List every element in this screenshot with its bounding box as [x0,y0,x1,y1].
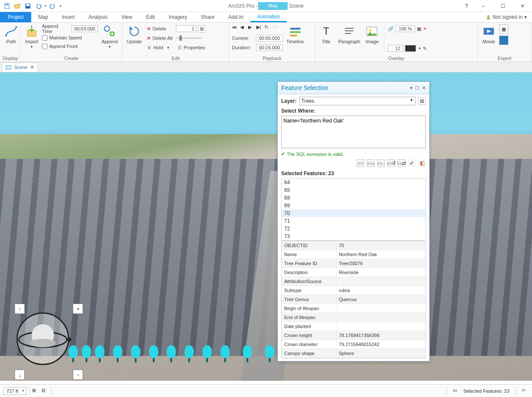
frame-picker-icon[interactable]: ⊞ [198,25,205,33]
attr-value[interactable] [336,277,425,286]
options-icon[interactable]: ⋯ [273,24,279,31]
append-front-checkbox[interactable]: Append Front [42,42,98,50]
snap-icon[interactable]: ⊞ [32,388,39,394]
navigator-compass[interactable]: ↑ ↓ ＋ － [13,309,73,369]
attr-value[interactable]: 79.2715646015242 [336,340,425,349]
append-button[interactable]: Append▼ [100,24,119,50]
minimize-button[interactable]: ─ [474,0,493,12]
append-time-value[interactable]: 00:03.000 [71,25,98,32]
attr-value[interactable]: rubra [336,286,425,295]
first-frame-icon[interactable]: ⏮ [232,24,239,31]
feature-list[interactable]: 6465686970717273 [281,178,426,241]
maintain-speed-checkbox[interactable]: Maintain Speed [42,34,98,42]
undo-icon[interactable] [34,2,42,10]
attr-value[interactable] [336,313,425,322]
tab-share[interactable]: Share [194,12,221,22]
layer-select[interactable]: Trees▼ [299,97,416,105]
hold-button[interactable]: ⏸Hold▼ [145,43,174,52]
panel-maximize-icon[interactable]: ☐ [415,85,419,91]
grid-status-icon[interactable]: ⊟ [42,388,48,394]
next-frame-icon[interactable]: ▶| [256,24,263,31]
nav-down-button[interactable]: ↓ [15,370,25,380]
loop-icon[interactable]: ↻ [265,24,271,31]
attr-value[interactable]: Quercus [336,295,425,304]
feature-list-item[interactable]: 71 [282,217,425,225]
remove-icon[interactable]: ✕ [423,26,427,32]
tab-insert[interactable]: Insert [55,12,82,22]
maximize-button[interactable]: ☐ [493,0,512,12]
timeline-button[interactable]: Timeline [285,24,306,45]
feature-list-item[interactable]: 68 [282,194,425,202]
redo-icon[interactable] [49,2,57,10]
refresh-icon[interactable]: ⟳ [522,388,529,394]
scene-tab[interactable]: Scene ✕ [2,63,38,72]
update-button[interactable]: Update [125,24,143,45]
panel-menu-icon[interactable]: ▾ [410,85,413,91]
title-overlay-button[interactable]: TTitle [318,24,335,45]
current-time[interactable]: 00:00.000 [256,35,283,42]
link-icon[interactable]: 🔗 [388,26,394,32]
tool-reselect-icon[interactable]: ▭↺ [387,159,395,167]
nav-zoomout-button[interactable]: － [73,370,83,380]
tab-imagery[interactable]: Imagery [162,12,194,22]
feature-list-item[interactable]: 72 [282,225,425,233]
delete-all-button[interactable]: ✕Delete All [145,34,174,42]
opacity-input[interactable]: 100 % [395,25,415,32]
new-project-icon[interactable] [3,2,11,10]
duration-time[interactable]: 00:24.000 [256,44,283,51]
layer-picker-icon[interactable]: ⊞ [418,97,426,105]
preset-icon[interactable]: ▦ [499,24,508,34]
image-overlay-button[interactable]: Image [363,24,380,45]
feature-list-item[interactable]: 64 [282,179,425,186]
nav-zoomin-button[interactable]: ＋ [73,304,83,314]
save-icon[interactable] [24,2,32,10]
zoom-slider[interactable] [176,37,202,39]
attr-value[interactable]: Riverside [336,268,425,277]
signin-status[interactable]: Not signed in ▾ [486,14,532,20]
frame-number-input[interactable]: 1 [176,25,196,32]
project-tab[interactable]: Project [0,12,31,22]
open-icon[interactable] [14,2,21,10]
feature-list-item[interactable]: 70 [282,209,425,217]
tool-add-icon[interactable]: ▭₊ [367,159,374,167]
attr-value[interactable] [336,304,425,313]
help-icon[interactable]: ? [460,3,473,9]
tool-select-icon[interactable]: ▭ [357,159,364,167]
color-picker[interactable] [405,45,416,52]
apply-icon[interactable]: ✔ [408,159,416,167]
close-tab-icon[interactable]: ✕ [30,64,34,70]
attr-value[interactable]: Northern Red Oak [336,250,425,259]
selection-status-icon[interactable]: ▭ [453,388,460,394]
tab-view[interactable]: View [114,12,139,22]
tool-remove-icon[interactable]: ▭₋ [377,159,385,167]
fontsize-input[interactable]: 12 [388,45,403,52]
attr-value[interactable]: Tree/20076 [336,259,425,268]
attr-value[interactable]: 78.1768417358398 [336,331,425,340]
feature-list-item[interactable]: 65 [282,186,425,194]
attr-value[interactable] [336,322,425,331]
feature-list-item[interactable]: 69 [282,202,425,209]
scale-input[interactable]: 727 ft [3,387,27,395]
tab-addin[interactable]: Add-In [221,12,250,22]
paragraph-overlay-button[interactable]: Paragraph [336,24,362,45]
clear-format-icon[interactable]: ✎ [423,46,427,51]
nav-up-button[interactable]: ↑ [15,304,25,314]
tab-analysis[interactable]: Analysis [82,12,115,22]
erase-icon[interactable]: ◧ [418,159,426,167]
tab-map[interactable]: Map [31,12,55,22]
preset2-icon[interactable] [499,36,508,45]
grid-icon[interactable]: ▦ [417,26,421,32]
attr-value[interactable]: Sphere [336,349,425,358]
movie-button[interactable]: Movie [480,24,497,45]
tab-animation[interactable]: Animation [250,12,287,22]
import-button[interactable]: Import▼ [23,24,40,50]
play-icon[interactable]: ▶ [248,24,255,31]
panel-close-icon[interactable]: ✕ [422,85,426,91]
feature-list-item[interactable]: 73 [282,233,425,240]
path-button[interactable]: Path [3,24,20,45]
scene-viewport[interactable]: ↑ ↓ ＋ － [0,72,532,381]
prev-frame-icon[interactable]: ◀ [240,24,247,31]
attr-value[interactable]: 70 [336,241,425,250]
close-button[interactable]: ✕ [513,0,532,12]
tool-switch-icon[interactable]: ▭⇄ [398,159,405,167]
